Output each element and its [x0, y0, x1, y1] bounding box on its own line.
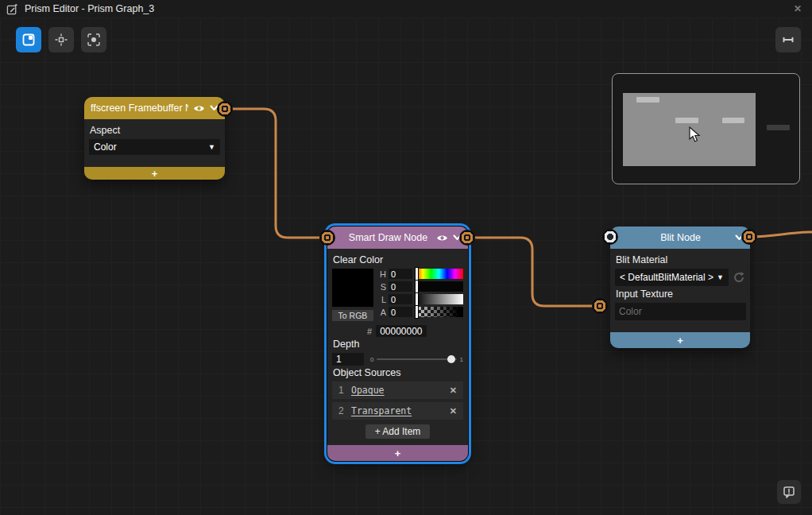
- close-icon[interactable]: ✕: [790, 3, 806, 14]
- wire-blit-output[interactable]: [749, 232, 812, 237]
- object-sources-label: Object Sources: [333, 367, 462, 378]
- minimap-toggle-icon: [21, 33, 36, 47]
- hex-hash-label: #: [367, 327, 372, 336]
- node-framebuffer[interactable]: ffscreen Framebuffer Noc Aspect Color ▼ …: [84, 97, 225, 180]
- graph-canvas[interactable]: ffscreen Framebuffer Noc Aspect Color ▼ …: [0, 17, 812, 515]
- minimap-node-smartdraw: [675, 118, 698, 123]
- fit-horizontal-icon: [781, 33, 795, 47]
- blit-material-label: Blit Material: [616, 254, 744, 265]
- depth-slider-track[interactable]: [377, 358, 456, 360]
- node-smart-draw-add-button[interactable]: +: [327, 445, 468, 461]
- blit-material-dropdown[interactable]: < DefaultBlitMaterial > ▼: [615, 269, 729, 286]
- minimap-node-framebuffer: [636, 97, 659, 103]
- node-framebuffer-header[interactable]: ffscreen Framebuffer Noc: [84, 97, 225, 119]
- hue-letter: H: [378, 269, 386, 279]
- hex-row: #: [367, 325, 463, 337]
- app-edit-icon: [6, 3, 18, 15]
- dropdown-chevron-icon: ▼: [717, 273, 724, 281]
- aspect-dropdown[interactable]: Color ▼: [89, 139, 220, 155]
- hex-value-input[interactable]: [376, 325, 427, 337]
- node-blit[interactable]: Blit Node Blit Material < DefaultBlitMat…: [610, 227, 750, 348]
- alpha-slider-handle[interactable]: [416, 306, 418, 318]
- saturation-gradient-slider[interactable]: [415, 281, 463, 292]
- depth-label: Depth: [333, 339, 462, 350]
- node-smart-draw[interactable]: Smart Draw Node Clear Color To RGB: [327, 227, 468, 461]
- hue-value-input[interactable]: [389, 269, 412, 279]
- focus-selection-button[interactable]: [81, 27, 106, 52]
- mouse-cursor-icon: [689, 126, 701, 143]
- depth-min-label: 0: [370, 356, 373, 363]
- feedback-button[interactable]: [777, 480, 801, 504]
- node-blit-add-button[interactable]: +: [610, 332, 750, 348]
- node-blit-header[interactable]: Blit Node: [610, 227, 750, 249]
- depth-max-label: 1: [460, 356, 463, 363]
- object-source-link[interactable]: Opaque: [351, 385, 450, 396]
- aspect-dropdown-value: Color: [94, 141, 208, 153]
- lightness-value-input[interactable]: [389, 294, 412, 304]
- remove-item-icon[interactable]: ✕: [450, 406, 457, 416]
- center-origin-icon: [54, 33, 68, 47]
- feedback-bubble-icon: [782, 485, 796, 499]
- remove-item-icon[interactable]: ✕: [450, 385, 457, 396]
- smart-draw-input-port[interactable]: [319, 230, 335, 246]
- hue-gradient-slider[interactable]: [415, 269, 463, 279]
- alpha-channel-row: A: [378, 307, 463, 317]
- center-origin-button[interactable]: [48, 27, 74, 52]
- object-source-row: 2 Transparent ✕: [332, 402, 463, 420]
- node-smart-draw-header[interactable]: Smart Draw Node: [327, 227, 468, 249]
- blit-input-texture-port[interactable]: [592, 298, 608, 314]
- blit-material-value: < DefaultBlitMaterial >: [620, 272, 717, 283]
- alpha-value-input[interactable]: [389, 307, 412, 317]
- saturation-value-input[interactable]: [389, 281, 412, 292]
- title-bar: Prism Editor - Prism Graph_3 ✕: [0, 0, 812, 17]
- wire-framebuffer-to-smartdraw[interactable]: [225, 109, 327, 238]
- to-rgb-button[interactable]: To RGB: [332, 310, 373, 321]
- lightness-letter: L: [378, 295, 386, 304]
- visibility-eye-icon[interactable]: [193, 104, 205, 113]
- reset-icon[interactable]: [733, 271, 745, 284]
- minimap-node-offscreen: [767, 125, 790, 130]
- minimap-panel[interactable]: [612, 73, 800, 184]
- hue-channel-row: H: [378, 269, 463, 279]
- lightness-slider-handle[interactable]: [416, 293, 418, 305]
- blit-input-port[interactable]: [602, 229, 618, 245]
- visibility-eye-icon[interactable]: [436, 234, 448, 242]
- minimap-node-blit: [722, 118, 744, 123]
- saturation-channel-row: S: [378, 281, 463, 292]
- fit-horizontal-button[interactable]: [775, 27, 801, 52]
- node-blit-title: Blit Node: [617, 232, 730, 243]
- aspect-label: Aspect: [90, 125, 219, 136]
- node-framebuffer-add-button[interactable]: +: [84, 167, 225, 180]
- lightness-gradient-slider[interactable]: [415, 294, 463, 304]
- clear-color-label: Clear Color: [333, 254, 462, 265]
- depth-slider-handle[interactable]: [447, 355, 455, 363]
- object-source-index: 2: [338, 405, 351, 416]
- node-smart-draw-title: Smart Draw Node: [334, 232, 431, 243]
- alpha-gradient-slider[interactable]: [415, 307, 463, 317]
- blit-output-port[interactable]: [741, 229, 757, 245]
- alpha-letter: A: [378, 308, 386, 317]
- depth-value-input[interactable]: [332, 353, 364, 366]
- hue-slider-handle[interactable]: [416, 268, 418, 280]
- node-framebuffer-title: ffscreen Framebuffer Noc: [91, 103, 188, 114]
- object-source-index: 1: [338, 385, 351, 396]
- minimap-toggle-button[interactable]: [16, 27, 41, 52]
- window-title: Prism Editor - Prism Graph_3: [25, 3, 790, 14]
- add-item-button[interactable]: + Add Item: [365, 424, 431, 439]
- object-source-row: 1 Opaque ✕: [332, 381, 463, 399]
- smart-draw-output-port[interactable]: [459, 230, 475, 246]
- lightness-channel-row: L: [378, 294, 463, 304]
- input-texture-field[interactable]: [615, 303, 746, 320]
- depth-row: 0 1: [332, 353, 463, 366]
- wire-smartdraw-to-blit[interactable]: [467, 238, 600, 306]
- object-source-link[interactable]: Transparent: [351, 405, 450, 416]
- saturation-letter: S: [378, 282, 386, 292]
- depth-slider[interactable]: 0 1: [370, 356, 463, 363]
- input-texture-label: Input Texture: [616, 288, 744, 300]
- color-swatch[interactable]: [332, 269, 373, 307]
- saturation-slider-handle[interactable]: [416, 281, 418, 292]
- dropdown-chevron-icon: ▼: [208, 143, 215, 151]
- focus-selection-icon: [87, 33, 101, 47]
- framebuffer-output-port[interactable]: [217, 101, 233, 117]
